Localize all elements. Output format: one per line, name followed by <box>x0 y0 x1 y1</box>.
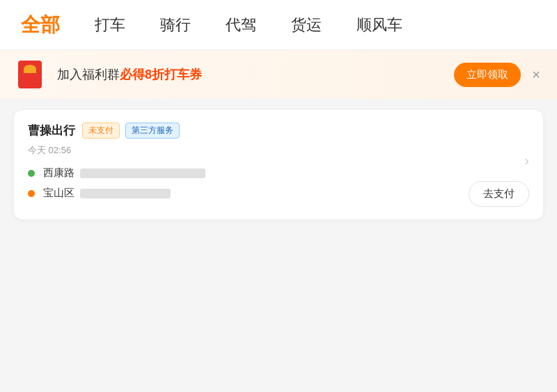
red-envelope-icon <box>17 59 47 90</box>
destination-dot-icon <box>28 190 35 197</box>
origin-dot-icon <box>28 170 35 177</box>
main-content: 曹操出行 未支付 第三方服务 › 今天 02:56 西康路 宝山区 去支付 <box>0 99 557 230</box>
destination-address: 宝山区 <box>43 187 529 200</box>
card-header: 曹操出行 未支付 第三方服务 <box>28 123 529 139</box>
nav-item-cycling[interactable]: 骑行 <box>160 15 191 36</box>
top-nav: 全部 打车 骑行 代驾 货运 顺风车 <box>0 0 557 50</box>
unpaid-badge: 未支付 <box>82 123 120 139</box>
banner-highlight-text: 必得8折打车券 <box>120 68 202 81</box>
destination-route-item: 宝山区 <box>28 187 529 200</box>
destination-blur <box>80 189 171 198</box>
origin-route-item: 西康路 <box>28 166 529 180</box>
banner-text: 加入福利群必得8折打车券 <box>57 66 454 83</box>
close-banner-button[interactable]: × <box>532 68 540 81</box>
pay-button[interactable]: 去支付 <box>469 181 529 207</box>
nav-item-freight[interactable]: 货运 <box>291 15 322 36</box>
third-party-badge: 第三方服务 <box>125 123 180 139</box>
card-arrow-icon: › <box>524 152 529 168</box>
order-card: 曹操出行 未支付 第三方服务 › 今天 02:56 西康路 宝山区 去支付 <box>14 110 543 219</box>
order-time: 今天 02:56 <box>28 144 529 157</box>
nav-item-taxi[interactable]: 打车 <box>95 15 125 36</box>
claim-coupon-button[interactable]: 立即领取 <box>454 63 521 87</box>
origin-address: 西康路 <box>43 166 529 180</box>
nav-item-rideshare[interactable]: 顺风车 <box>356 15 402 36</box>
promo-banner: 加入福利群必得8折打车券 立即领取 × <box>0 50 557 99</box>
origin-blur <box>80 168 205 178</box>
nav-item-drive[interactable]: 代驾 <box>226 15 256 36</box>
nav-item-all[interactable]: 全部 <box>21 12 60 38</box>
service-name: 曹操出行 <box>28 123 75 139</box>
banner-normal-text: 加入福利群 <box>57 68 120 81</box>
